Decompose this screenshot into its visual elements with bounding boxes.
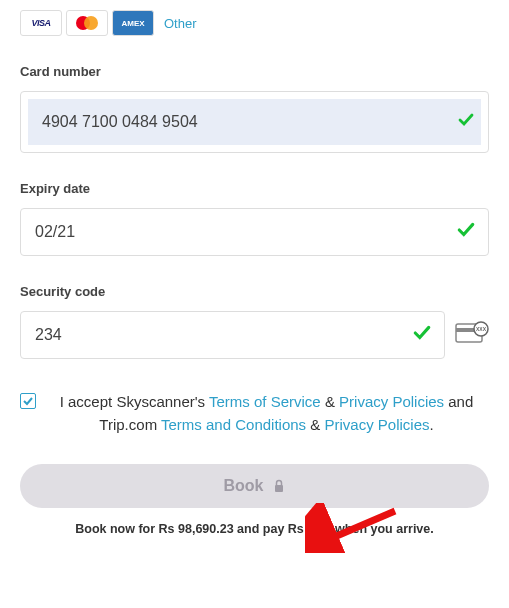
trip-privacy-link[interactable]: Privacy Policies bbox=[324, 416, 429, 433]
check-icon bbox=[413, 324, 431, 346]
lock-icon bbox=[272, 479, 286, 493]
terms-dot: . bbox=[429, 416, 433, 433]
expiry-input[interactable] bbox=[20, 208, 489, 256]
cvv-input-wrap bbox=[20, 311, 445, 359]
card-number-group: Card number bbox=[20, 64, 489, 153]
card-number-input[interactable] bbox=[28, 99, 481, 145]
terms-amp2: & bbox=[306, 416, 324, 433]
book-subtitle: Book now for Rs 98,690.23 and pay Rs 0.0… bbox=[20, 522, 489, 536]
cvv-input[interactable] bbox=[20, 311, 445, 359]
expiry-input-wrap bbox=[20, 208, 489, 256]
card-logos-row: VISA AMEX Other bbox=[20, 10, 489, 36]
trip-terms-link[interactable]: Terms and Conditions bbox=[161, 416, 306, 433]
checkmark-icon bbox=[22, 395, 34, 407]
other-cards-link[interactable]: Other bbox=[164, 16, 197, 31]
expiry-group: Expiry date bbox=[20, 181, 489, 256]
terms-checkbox[interactable] bbox=[20, 393, 36, 409]
cvv-label: Security code bbox=[20, 284, 489, 299]
mastercard-logo bbox=[66, 10, 108, 36]
card-number-label: Card number bbox=[20, 64, 489, 79]
privacy-policies-link[interactable]: Privacy Policies bbox=[339, 393, 444, 410]
terms-amp: & bbox=[321, 393, 339, 410]
book-button[interactable]: Book bbox=[20, 464, 489, 508]
svg-text:XXX: XXX bbox=[476, 326, 487, 332]
terms-row: I accept Skyscanner's Terms of Service &… bbox=[20, 391, 489, 436]
check-icon bbox=[457, 221, 475, 243]
svg-rect-4 bbox=[275, 485, 283, 492]
visa-logo: VISA bbox=[20, 10, 62, 36]
terms-of-service-link[interactable]: Terms of Service bbox=[209, 393, 321, 410]
cvv-group: Security code XXX bbox=[20, 284, 489, 359]
expiry-label: Expiry date bbox=[20, 181, 489, 196]
check-icon bbox=[458, 112, 474, 132]
card-back-icon: XXX bbox=[455, 321, 489, 349]
amex-logo: AMEX bbox=[112, 10, 154, 36]
card-number-input-wrap bbox=[20, 91, 489, 153]
book-button-label: Book bbox=[224, 477, 264, 495]
terms-prefix: I accept Skyscanner's bbox=[60, 393, 209, 410]
terms-text: I accept Skyscanner's Terms of Service &… bbox=[44, 391, 489, 436]
